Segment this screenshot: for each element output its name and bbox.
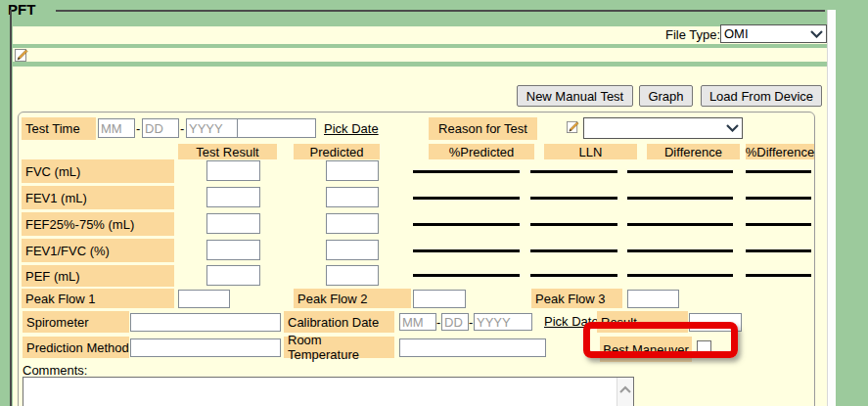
test-time-month-input[interactable] — [98, 118, 135, 138]
date-separator: - — [469, 315, 473, 330]
fef25-75-predicted-input[interactable] — [326, 213, 379, 234]
pft-window: PFT File Type: OMI New Manual Test Graph… — [0, 0, 868, 406]
fvc-test-result-input[interactable] — [206, 160, 260, 181]
calibration-year-input[interactable] — [474, 313, 532, 331]
room-temperature-input[interactable] — [399, 338, 546, 357]
chevron-down-icon — [810, 30, 823, 38]
reason-for-test-label: Reason for Test — [429, 117, 537, 140]
fef25-75-percent-difference-line — [746, 223, 811, 226]
column-header-lln: LLN — [544, 144, 637, 159]
page-title: PFT — [8, 1, 35, 18]
column-header-percent-difference: %Difference — [746, 144, 814, 159]
fef25-75-difference-line — [627, 223, 733, 226]
pef-test-result-input[interactable] — [206, 265, 260, 286]
pef-percent-difference-line — [746, 274, 811, 277]
fef25-75-test-result-input[interactable] — [206, 213, 260, 234]
fev1-fvc-percent-difference-line — [746, 249, 811, 252]
fev1-fvc-percent-predicted-line — [413, 249, 520, 252]
test-time-year-input[interactable] — [186, 118, 238, 138]
pef-lln-line — [530, 274, 617, 277]
row-label-fvc: FVC (mL) — [22, 159, 174, 183]
chevron-down-icon — [726, 124, 739, 132]
fvc-predicted-input[interactable] — [326, 160, 379, 181]
row-label-fev1-fvc: FEV1/FVC (%) — [22, 239, 174, 262]
date-separator: - — [180, 121, 184, 136]
pft-form-container: Test Time - - Pick Date Reason for Test … — [18, 112, 815, 406]
file-type-selected-value: OMI — [724, 26, 749, 41]
best-maneuver-highlight-annotation — [583, 322, 738, 358]
row-label-fev1: FEV1 (mL) — [22, 186, 174, 209]
fef25-75-percent-predicted-line — [413, 223, 520, 226]
fev1-lln-line — [530, 197, 617, 200]
edit-pencil-icon[interactable] — [15, 48, 28, 65]
comments-textarea[interactable] — [23, 377, 634, 406]
row-label-fef25-75: FEF25%-75% (mL) — [22, 212, 174, 236]
fev1-percent-predicted-line — [413, 197, 520, 200]
column-header-difference: Difference — [647, 144, 740, 159]
fev1-fvc-difference-line — [627, 249, 733, 252]
new-manual-test-button[interactable]: New Manual Test — [517, 85, 633, 107]
page-edge-strip — [827, 10, 836, 406]
peak-flow-1-input[interactable] — [178, 290, 230, 308]
row-label-pef: PEF (mL) — [22, 265, 174, 287]
fev1-test-result-input[interactable] — [206, 187, 260, 207]
peak-flow-2-input[interactable] — [413, 290, 466, 308]
fev1-fvc-test-result-input[interactable] — [206, 240, 260, 260]
peak-flow-3-label: Peak Flow 3 — [531, 289, 622, 308]
pef-predicted-input[interactable] — [326, 265, 379, 286]
pick-date-link[interactable]: Pick Date — [324, 121, 379, 136]
peak-flow-3-input[interactable] — [627, 290, 679, 308]
fev1-fvc-lln-line — [530, 249, 617, 252]
spirometer-label: Spirometer — [23, 311, 129, 333]
load-from-device-button[interactable]: Load From Device — [701, 85, 822, 107]
comments-label: Comments: — [23, 363, 87, 378]
column-header-percent-predicted: %Predicted — [429, 144, 534, 159]
test-time-label: Test Time — [22, 117, 96, 140]
fieldset-top-border — [56, 10, 825, 12]
fieldset-left-border — [10, 10, 12, 406]
spirometer-input[interactable] — [130, 313, 281, 332]
fev1-percent-difference-line — [746, 197, 811, 200]
date-separator: - — [136, 121, 140, 136]
room-temperature-label: Room Temperature — [284, 337, 394, 358]
fvc-difference-line — [627, 170, 733, 173]
pef-percent-predicted-line — [413, 274, 520, 277]
calibration-day-input[interactable] — [441, 313, 469, 331]
prediction-method-label: Prediction Method — [23, 337, 129, 358]
pef-difference-line — [627, 274, 733, 277]
column-header-test-result: Test Result — [178, 144, 277, 159]
fev1-difference-line — [627, 197, 733, 200]
fev1-fvc-predicted-input[interactable] — [326, 240, 379, 260]
date-separator: - — [436, 315, 440, 330]
fvc-percent-difference-line — [746, 170, 811, 173]
column-header-predicted: Predicted — [294, 144, 380, 159]
comments-scrollbar[interactable] — [617, 378, 633, 406]
prediction-method-input[interactable] — [130, 338, 281, 357]
calibration-date-label: Calibration Date — [284, 311, 394, 333]
file-type-select[interactable]: OMI — [720, 24, 827, 43]
reason-for-test-select[interactable] — [583, 117, 743, 139]
fef25-75-lln-line — [530, 223, 617, 226]
test-time-day-input[interactable] — [142, 118, 179, 138]
peak-flow-1-label: Peak Flow 1 — [22, 289, 174, 308]
graph-button[interactable]: Graph — [639, 85, 693, 107]
fev1-predicted-input[interactable] — [326, 187, 379, 207]
chevron-up-icon[interactable] — [619, 385, 631, 406]
peak-flow-2-label: Peak Flow 2 — [294, 289, 411, 308]
edit-pencil-icon[interactable] — [567, 120, 579, 136]
edit-bar — [13, 48, 827, 62]
fvc-lln-line — [530, 170, 617, 173]
calibration-month-input[interactable] — [399, 313, 436, 331]
test-time-time-input[interactable] — [237, 118, 316, 138]
fvc-percent-predicted-line — [413, 170, 520, 173]
file-type-label: File Type: — [665, 27, 720, 42]
